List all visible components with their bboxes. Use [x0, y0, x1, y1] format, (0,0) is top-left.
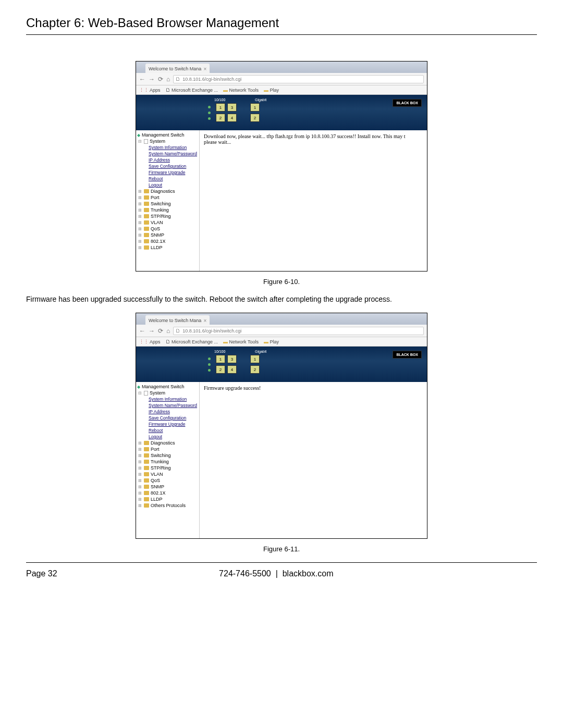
nav-tree: Management Switch ⊟System System Informa… [136, 130, 200, 271]
tree-root[interactable]: Management Switch [137, 384, 198, 389]
tree-root[interactable]: Management Switch [137, 132, 198, 138]
bookmarks-bar: ⋮⋮ Apps 🗋 Microsoft Exchange ... ▬ Netwo… [136, 85, 427, 95]
exchange-bookmark[interactable]: 🗋 Microsoft Exchange ... [166, 88, 218, 93]
tree-node-stp-ring[interactable]: ⊞STP/Ring [138, 465, 198, 471]
port-3: 3 [227, 103, 237, 112]
link-reboot[interactable]: Reboot [149, 176, 198, 181]
link-system-information[interactable]: System Information [149, 397, 198, 402]
nettools-bookmark[interactable]: ▬ Network Tools [223, 339, 259, 344]
status-text-line2: please wait... [204, 139, 231, 145]
rate-label: 10/100 [214, 350, 225, 353]
tree-node-stp-ring[interactable]: ⊞STP/Ring [138, 214, 198, 219]
tree-node-qos[interactable]: ⊞QoS [138, 478, 198, 483]
port-4: 4 [227, 114, 237, 122]
link-ip-address[interactable]: IP Address [149, 157, 198, 163]
port-2: 2 [216, 114, 225, 122]
tree-node-diagnostics[interactable]: ⊞Diagnostics [138, 440, 198, 446]
chapter-title: Chapter 6: Web-Based Browser Management [26, 16, 537, 35]
product-banner: 10/100 1 3 2 4 Gigabit 1 2 BLACK BOX [136, 95, 427, 130]
figure-6-11-caption: Figure 6-11. [26, 545, 537, 553]
port-2: 2 [216, 365, 225, 374]
browser-nav-bar: ← → ⟳ ⌂ 🗋 10.8.101.6/cgi-bin/switch.cgi [136, 73, 427, 85]
port-grid-10-100: 1 3 2 4 [216, 103, 237, 122]
link-system-name-password[interactable]: System Name/Password [149, 403, 198, 408]
url-bar[interactable]: 🗋 10.8.101.6/cgi-bin/switch.cgi [173, 327, 424, 335]
home-icon[interactable]: ⌂ [166, 327, 170, 335]
port-4: 4 [227, 365, 237, 374]
back-icon[interactable]: ← [139, 327, 145, 335]
tree-node-8021x[interactable]: ⊞802.1X [138, 490, 198, 496]
tree-node-8021x[interactable]: ⊞802.1X [138, 239, 198, 244]
page-frame: 10/100 1 3 2 4 Gigabit 1 2 BLACK BOX Man… [136, 347, 427, 538]
link-save-configuration[interactable]: Save Configuration [149, 415, 198, 421]
port-grid-gigabit: 1 2 [250, 103, 260, 122]
tree-node-trunking[interactable]: ⊞Trunking [138, 207, 198, 213]
browser-tab[interactable]: Welcome to Switch Mana × [145, 315, 210, 325]
forward-icon[interactable]: → [149, 76, 155, 83]
apps-bookmark[interactable]: ⋮⋮ Apps [139, 88, 161, 93]
url-text: 10.8.101.6/cgi-bin/switch.cgi [182, 77, 241, 82]
port-grid-gigabit: 1 2 [250, 355, 260, 374]
product-banner: 10/100 1 3 2 4 Gigabit 1 2 BLACK BOX [136, 347, 427, 382]
home-icon[interactable]: ⌂ [166, 76, 170, 83]
tree-node-others-protocols[interactable]: ⊞Others Protocols [138, 503, 198, 508]
close-icon[interactable]: × [203, 318, 206, 324]
status-leds [208, 357, 211, 372]
gig-port-1: 1 [250, 103, 260, 112]
page-footer: Page 32 724-746-5500 | blackbox.com [26, 562, 537, 578]
tree-node-lldp[interactable]: ⊞LLDP [138, 245, 198, 250]
tree-node-diagnostics[interactable]: ⊞Diagnostics [138, 189, 198, 194]
tree-node-trunking[interactable]: ⊞Trunking [138, 459, 198, 464]
main-content: Download now, please wait... tftp flash.… [200, 130, 427, 271]
close-icon[interactable]: × [203, 66, 206, 72]
port-1: 1 [216, 103, 225, 112]
reload-icon[interactable]: ⟳ [158, 76, 163, 83]
link-logout[interactable]: Logout [149, 434, 198, 439]
link-ip-address[interactable]: IP Address [149, 409, 198, 414]
tree-node-vlan[interactable]: ⊞VLAN [138, 472, 198, 477]
link-firmware-upgrade[interactable]: Firmware Upgrade [149, 422, 198, 427]
apps-bookmark[interactable]: ⋮⋮ Apps [139, 339, 161, 344]
port-1: 1 [216, 355, 225, 363]
tab-title: Welcome to Switch Mana [149, 318, 201, 323]
tree-node-system[interactable]: ⊟System [138, 139, 198, 144]
link-reboot[interactable]: Reboot [149, 428, 198, 433]
link-system-information[interactable]: System Information [149, 145, 198, 150]
link-system-name-password[interactable]: System Name/Password [149, 151, 198, 156]
tree-node-port[interactable]: ⊞Port [138, 195, 198, 200]
forward-icon[interactable]: → [149, 327, 155, 335]
tree-node-port[interactable]: ⊞Port [138, 447, 198, 452]
figure-6-11-screenshot: Welcome to Switch Mana × ← → ⟳ ⌂ 🗋 10.8.… [136, 313, 427, 539]
page-frame: 10/100 1 3 2 4 Gigabit 1 2 BLACK BOX Man… [136, 95, 427, 271]
url-bar[interactable]: 🗋 10.8.101.6/cgi-bin/switch.cgi [173, 75, 424, 83]
play-bookmark[interactable]: ▬ Play [264, 339, 279, 344]
reload-icon[interactable]: ⟳ [158, 327, 163, 335]
nettools-bookmark[interactable]: ▬ Network Tools [223, 88, 259, 93]
gig-port-2: 2 [250, 114, 260, 122]
tree-node-snmp[interactable]: ⊞SNMP [138, 484, 198, 489]
link-logout[interactable]: Logout [149, 182, 198, 188]
tree-node-system[interactable]: ⊟System [138, 390, 198, 396]
browser-tab-bar: Welcome to Switch Mana × [136, 61, 427, 73]
status-text-line1: Download now, please wait... tftp flash.… [204, 133, 406, 139]
tree-node-switching[interactable]: ⊞Switching [138, 201, 198, 206]
play-bookmark[interactable]: ▬ Play [264, 88, 279, 93]
main-content: Firmware upgrade success! [200, 382, 427, 538]
tree-node-lldp[interactable]: ⊞LLDP [138, 497, 198, 502]
link-firmware-upgrade[interactable]: Firmware Upgrade [149, 170, 198, 175]
link-save-configuration[interactable]: Save Configuration [149, 164, 198, 169]
tree-node-switching[interactable]: ⊞Switching [138, 453, 198, 458]
browser-tab[interactable]: Welcome to Switch Mana × [145, 64, 210, 73]
tree-node-vlan[interactable]: ⊞VLAN [138, 220, 198, 225]
system-sublinks: System Information System Name/Password … [149, 145, 198, 188]
port-3: 3 [227, 355, 237, 363]
exchange-bookmark[interactable]: 🗋 Microsoft Exchange ... [166, 339, 218, 344]
brand-logo: BLACK BOX [393, 99, 422, 107]
back-icon[interactable]: ← [139, 76, 145, 83]
tree-node-qos[interactable]: ⊞QoS [138, 226, 198, 231]
bookmarks-bar: ⋮⋮ Apps 🗋 Microsoft Exchange ... ▬ Netwo… [136, 337, 427, 347]
gigabit-label: Gigabit [255, 350, 266, 353]
gigabit-label: Gigabit [255, 98, 266, 102]
tree-node-snmp[interactable]: ⊞SNMP [138, 232, 198, 238]
page-icon: 🗋 [176, 328, 180, 334]
